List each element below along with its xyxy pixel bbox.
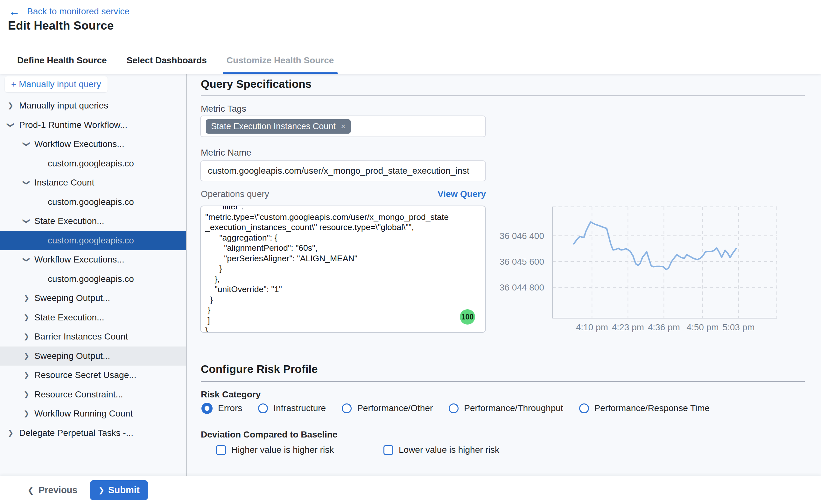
chevron-right-icon[interactable]: ❯ <box>24 353 29 360</box>
footer-bar: ❮ Previous ❯ Submit <box>0 476 821 504</box>
deviation-label: Deviation Compared to Baseline <box>201 430 337 440</box>
tree-item-custom-googleapis-co[interactable]: custom.googleapis.co <box>0 231 187 250</box>
radio-label: Performance/Other <box>357 403 433 413</box>
tree-item-label: Resource Constraint... <box>34 389 123 400</box>
chevron-down-icon[interactable]: ❯ <box>23 180 30 185</box>
tree-item-custom-googleapis-co[interactable]: custom.googleapis.co <box>0 154 187 173</box>
tree-item-manually-input-queries[interactable]: ❯Manually input queries <box>0 96 187 115</box>
chevron-right-icon[interactable]: ❯ <box>24 295 29 302</box>
tab-select-dashboards[interactable]: Select Dashboards <box>125 47 209 74</box>
tree-item-resource-secret-usage[interactable]: ❯Resource Secret Usage... <box>0 366 187 385</box>
tree-item-workflow-running-count[interactable]: ❯Workflow Running Count <box>0 404 187 423</box>
tree-item-label: Manually input queries <box>19 101 108 111</box>
tree-item-label: Instance Count <box>34 178 94 188</box>
radio-selected-icon[interactable] <box>201 403 213 414</box>
back-link[interactable]: ← Back to monitored service <box>9 6 130 17</box>
radio-label: Infrastructure <box>273 403 326 413</box>
tree-item-label: custom.googleapis.co <box>48 274 134 284</box>
metric-tags-label: Metric Tags <box>201 104 246 114</box>
chevron-right-icon[interactable]: ❯ <box>24 372 29 379</box>
tree-item-label: State Execution... <box>34 312 104 323</box>
risk-radio-performance-throughput[interactable]: Performance/Throughput <box>449 403 563 413</box>
svg-text:5:03 pm: 5:03 pm <box>722 322 754 332</box>
main-panel: Query Specifications Metric Tags State E… <box>187 74 821 476</box>
previous-button-label: Previous <box>39 485 78 495</box>
tree-item-label: Prod-1 Runtime Workflow... <box>19 120 127 130</box>
tree-item-barrier-instances-count[interactable]: ❯Barrier Instances Count <box>0 327 187 347</box>
tree-item-label: State Execution... <box>34 216 104 226</box>
tab-customize-health-source[interactable]: Customize Health Source <box>225 47 336 74</box>
tree-item-custom-googleapis-co[interactable]: custom.googleapis.co <box>0 193 187 212</box>
tree-item-sweeping-output[interactable]: ❯Sweeping Output... <box>0 347 187 366</box>
tree-item-label: Resource Secret Usage... <box>34 370 137 380</box>
metric-preview-chart: 36 046 40036 045 60036 044 8004:10 pm4:2… <box>489 200 813 337</box>
tree-item-custom-googleapis-co[interactable]: custom.googleapis.co <box>0 269 187 289</box>
tree-item-label: Workflow Running Count <box>34 409 133 419</box>
risk-radio-performance-response-time[interactable]: Performance/Response Time <box>579 403 710 413</box>
operations-query-textarea[interactable]: "filter": "metric.type=\"custom.googleap… <box>200 206 486 333</box>
radio-unselected-icon[interactable] <box>579 403 589 413</box>
section-divider <box>201 95 805 96</box>
tree-item-label: Sweeping Output... <box>34 293 110 303</box>
checkbox-label: Lower value is higher risk <box>399 445 499 455</box>
chevron-right-icon: ❯ <box>98 486 104 494</box>
chevron-down-icon[interactable]: ❯ <box>7 122 14 128</box>
chevron-right-icon[interactable]: ❯ <box>24 410 29 417</box>
operations-query-row: Operations query View Query <box>201 189 486 199</box>
radio-unselected-icon[interactable] <box>258 403 268 413</box>
chevron-right-icon[interactable]: ❯ <box>24 391 29 398</box>
submit-button-label: Submit <box>108 485 139 495</box>
chevron-down-icon[interactable]: ❯ <box>23 257 30 263</box>
chevron-right-icon[interactable]: ❯ <box>8 430 13 437</box>
risk-category-label: Risk Category <box>201 389 261 400</box>
radio-label: Performance/Throughput <box>464 403 563 413</box>
svg-text:4:23 pm: 4:23 pm <box>612 322 644 332</box>
page-title: Edit Health Source <box>8 19 114 32</box>
tree-item-state-execution[interactable]: ❯State Execution... <box>0 308 187 327</box>
risk-radio-performance-other[interactable]: Performance/Other <box>342 403 433 413</box>
view-query-link[interactable]: View Query <box>438 189 486 199</box>
chevron-right-icon[interactable]: ❯ <box>8 102 13 109</box>
tree-item-delegate-perpetual-tasks[interactable]: ❯Delegate Perpetual Tasks -... <box>0 423 187 443</box>
tree-item-label: Barrier Instances Count <box>34 332 128 342</box>
tree-item-state-execution[interactable]: ❯State Execution... <box>0 212 187 231</box>
radio-unselected-icon[interactable] <box>342 403 352 413</box>
risk-radio-infrastructure[interactable]: Infrastructure <box>258 403 326 413</box>
back-arrow-icon: ← <box>9 6 20 17</box>
svg-text:4:10 pm: 4:10 pm <box>576 322 608 332</box>
checkbox-icon[interactable] <box>216 445 226 455</box>
risk-category-radio-group: ErrorsInfrastructurePerformance/OtherPer… <box>201 401 710 416</box>
add-manual-query-button[interactable]: + Manually input query <box>5 76 108 92</box>
metric-tag-chip-label: State Execution Instances Count <box>211 122 336 131</box>
previous-button[interactable]: ❮ Previous <box>27 476 77 504</box>
configure-risk-profile-title: Configure Risk Profile <box>201 363 318 375</box>
metric-name-input[interactable]: custom.googleapis.com/user/x_mongo_prod_… <box>200 160 486 181</box>
chip-remove-icon[interactable]: × <box>341 122 346 130</box>
higher-value-checkbox-item[interactable]: Higher value is higher risk <box>216 445 334 455</box>
chevron-right-icon[interactable]: ❯ <box>24 314 29 321</box>
tree-item-sweeping-output[interactable]: ❯Sweeping Output... <box>0 289 187 308</box>
tab-define-health-source[interactable]: Define Health Source <box>15 47 109 74</box>
tree-item-instance-count[interactable]: ❯Instance Count <box>0 173 187 193</box>
tree-item-resource-constraint[interactable]: ❯Resource Constraint... <box>0 385 187 404</box>
svg-text:4:50 pm: 4:50 pm <box>686 322 719 332</box>
metric-name-value: custom.googleapis.com/user/x_mongo_prod_… <box>208 166 469 176</box>
radio-label: Performance/Response Time <box>594 403 710 413</box>
metric-tags-input[interactable]: State Execution Instances Count × <box>200 115 486 137</box>
chevron-right-icon[interactable]: ❯ <box>24 333 29 340</box>
chevron-down-icon[interactable]: ❯ <box>23 141 30 147</box>
tree-item-label: custom.googleapis.co <box>48 158 134 169</box>
radio-unselected-icon[interactable] <box>449 403 459 413</box>
tree-item-prod-1-runtime-workflow[interactable]: ❯Prod-1 Runtime Workflow... <box>0 115 187 135</box>
tree-item-label: Workflow Executions... <box>34 139 124 149</box>
tree-item-workflow-executions[interactable]: ❯Workflow Executions... <box>0 250 187 269</box>
checkbox-icon[interactable] <box>383 445 393 455</box>
chevron-down-icon[interactable]: ❯ <box>23 218 30 224</box>
tree-item-workflow-executions[interactable]: ❯Workflow Executions... <box>0 135 187 154</box>
lower-value-checkbox-item[interactable]: Lower value is higher risk <box>383 445 499 455</box>
risk-radio-errors[interactable]: Errors <box>201 403 242 414</box>
metric-name-label: Metric Name <box>201 148 251 158</box>
submit-button[interactable]: ❯ Submit <box>90 480 148 500</box>
chevron-left-icon: ❮ <box>27 486 34 495</box>
metric-tag-chip[interactable]: State Execution Instances Count × <box>206 119 351 134</box>
